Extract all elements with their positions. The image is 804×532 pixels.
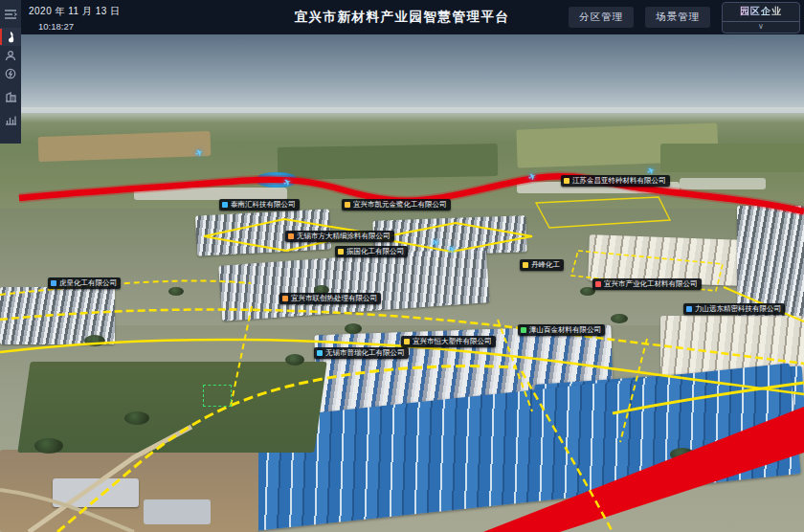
factory-label[interactable]: 宜兴市联创热处理有限公司	[279, 293, 381, 304]
factory-label[interactable]: 宜兴市产业化工材料有限公司	[592, 278, 702, 290]
sidebar-item-fire[interactable]	[0, 28, 21, 46]
factory-label[interactable]: 宜兴市恒大塑件有限公司	[401, 336, 496, 347]
dirt-road	[29, 427, 191, 532]
factory-marker-icon	[338, 249, 344, 255]
factory-marker-icon	[521, 327, 526, 333]
factory-label[interactable]: 力山远东精密科技有限公司	[683, 303, 785, 315]
factory-label-text: 宜兴市联创热处理有限公司	[291, 295, 377, 302]
user-icon	[5, 50, 16, 61]
fire-icon	[6, 31, 16, 43]
factory-label[interactable]: 无锡市普瑞化工有限公司	[314, 347, 409, 359]
park-enterprise-dropdown[interactable]: 园区企业 ∨	[722, 2, 800, 33]
chart-icon	[5, 114, 17, 125]
top-bar: 2020 年 11 月 13 日 10:18:27 宜兴市新材料产业园智慧管理平…	[0, 0, 804, 34]
factory-icon	[5, 91, 17, 102]
factory-label-text: 宜兴市凯元金鹭化工有限公司	[353, 201, 447, 209]
scene-management-button[interactable]: 场景管理	[645, 7, 710, 28]
factory-label-text: 潭山百金材料有限公司	[529, 326, 601, 334]
factory-label[interactable]: 宜兴市凯元金鹭化工有限公司	[342, 199, 451, 211]
factory-label-text: 虎皇化工有限公司	[59, 279, 117, 287]
sidebar-item-menu[interactable]	[0, 5, 21, 23]
map-selection-box[interactable]	[203, 385, 232, 407]
factory-label[interactable]: 丹峰化工	[520, 259, 564, 271]
toolbar-sidebar	[0, 0, 21, 144]
power-icon	[5, 68, 16, 79]
yellow-road	[231, 306, 252, 406]
factory-marker-icon	[686, 306, 692, 312]
factory-label-text: 泰南汇科技有限公司	[231, 201, 296, 209]
factory-label-text: 宜兴市恒大塑件有限公司	[413, 338, 492, 345]
factory-label[interactable]: 江苏金昌亚特种材料有限公司	[561, 175, 670, 187]
factory-marker-icon	[51, 280, 56, 286]
factory-marker-icon	[282, 296, 288, 301]
yellow-road	[0, 280, 251, 295]
sidebar-item-factory[interactable]	[0, 87, 21, 105]
sidebar-item-power[interactable]	[0, 64, 21, 82]
factory-label-text: 力山远东精密科技有限公司	[695, 305, 781, 313]
factory-marker-icon	[404, 339, 410, 344]
factory-label[interactable]: 无锡市方大精细涂料有限公司	[285, 231, 394, 242]
red-route-bottom[interactable]	[483, 407, 804, 532]
yellow-road	[57, 366, 517, 532]
dirt-road	[0, 490, 134, 532]
factory-label[interactable]: 泰南汇科技有限公司	[219, 199, 300, 211]
zone-management-button[interactable]: 分区管理	[569, 7, 634, 28]
factory-marker-icon	[564, 178, 570, 184]
factory-label-text: 无锡市方大精细涂料有限公司	[297, 233, 391, 240]
header-actions: 分区管理 场景管理 园区企业 ∨	[569, 0, 800, 34]
factory-label-text: 振国化工有限公司	[346, 248, 404, 255]
factory-marker-icon	[317, 350, 323, 356]
sidebar-item-user[interactable]	[0, 46, 21, 64]
sidebar-item-stats[interactable]	[0, 110, 21, 128]
smart-park-platform: ✈✈✈✈✈✈ 泰南汇科技有限公司宜兴市凯元金鹭化工有限公司无锡市方大精细涂料有限…	[0, 0, 804, 532]
menu-icon	[4, 9, 17, 20]
factory-marker-icon	[345, 202, 350, 208]
factory-label[interactable]: 潭山百金材料有限公司	[518, 324, 605, 336]
factory-label[interactable]: 虎皇化工有限公司	[48, 277, 121, 289]
factory-marker-icon	[222, 202, 228, 208]
park-enterprise-label: 园区企业	[723, 3, 799, 22]
chevron-down-icon: ∨	[723, 22, 799, 33]
factory-label-text: 宜兴市产业化工材料有限公司	[604, 280, 698, 288]
parcel-outline	[536, 197, 670, 228]
factory-marker-icon	[288, 233, 294, 239]
factory-label-text: 江苏金昌亚特种材料有限公司	[572, 177, 666, 185]
roads-overlay	[0, 0, 804, 532]
factory-marker-icon	[523, 262, 528, 268]
factory-marker-icon	[595, 281, 601, 287]
factory-label-text: 无锡市普瑞化工有限公司	[325, 349, 405, 357]
factory-label-text: 丹峰化工	[531, 261, 560, 269]
yellow-road	[620, 339, 647, 442]
yellow-road	[613, 383, 804, 413]
factory-label[interactable]: 振国化工有限公司	[335, 246, 408, 257]
